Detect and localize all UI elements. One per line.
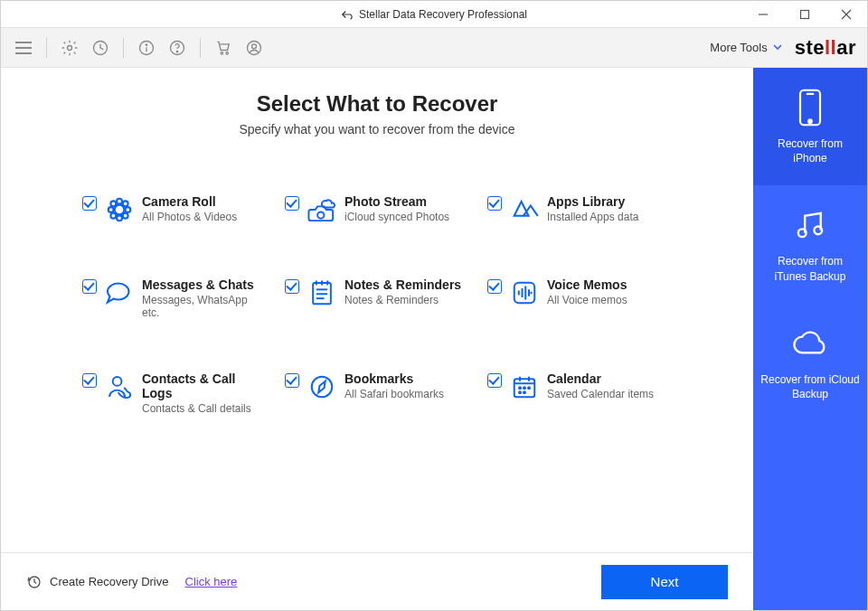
calendar-icon: [509, 371, 540, 402]
svg-point-8: [146, 44, 146, 45]
maximize-button[interactable]: [784, 1, 826, 28]
svg-point-15: [115, 205, 125, 215]
svg-point-46: [524, 387, 525, 389]
window-controls: [742, 1, 867, 28]
svg-point-22: [110, 213, 116, 219]
camera-cloud-icon: [307, 194, 337, 225]
toolbar-separator: [46, 38, 47, 58]
checkbox[interactable]: [82, 196, 97, 211]
checkbox[interactable]: [487, 196, 502, 211]
item-contacts-call-logs[interactable]: Contacts & Call LogsContacts & Call deta…: [82, 371, 267, 415]
svg-point-19: [125, 207, 130, 212]
footer-left: Create Recovery Drive Click here: [26, 574, 237, 590]
checkbox[interactable]: [285, 279, 299, 294]
svg-point-55: [814, 227, 822, 235]
svg-point-38: [113, 377, 122, 386]
minimize-button[interactable]: [742, 1, 784, 28]
toolbar-left: [12, 36, 266, 60]
item-subtitle: Notes & Reminders: [344, 294, 461, 306]
item-apps-library[interactable]: Apps LibraryInstalled Apps data: [487, 194, 672, 225]
item-subtitle: iCloud synced Photos: [344, 211, 449, 223]
settings-button[interactable]: [58, 36, 81, 60]
user-icon: [245, 39, 263, 57]
item-subtitle: Messages, WhatsApp etc.: [142, 294, 267, 319]
item-camera-roll[interactable]: Camera RollAll Photos & Videos: [82, 194, 267, 225]
account-button[interactable]: [242, 36, 266, 60]
help-icon: [168, 39, 186, 57]
svg-rect-1: [801, 11, 809, 19]
item-notes-reminders[interactable]: Notes & RemindersNotes & Reminders: [285, 277, 469, 319]
svg-point-10: [176, 51, 177, 52]
item-title: Photo Stream: [344, 194, 449, 209]
compass-icon: [307, 371, 337, 402]
svg-point-16: [117, 199, 122, 204]
item-title: Camera Roll: [142, 194, 237, 209]
svg-point-47: [528, 387, 530, 389]
checkbox[interactable]: [487, 279, 502, 294]
item-title: Contacts & Call Logs: [142, 371, 267, 400]
svg-point-23: [123, 213, 128, 219]
cart-button[interactable]: [212, 36, 235, 60]
recovery-source-sidebar: Recover from iPhone Recover from iTunes …: [753, 68, 867, 610]
svg-point-11: [221, 52, 223, 54]
toolbar: More Tools stellar: [1, 28, 867, 68]
checkbox[interactable]: [285, 196, 299, 211]
sidebar-item-icloud[interactable]: Recover from iCloud Backup: [753, 304, 867, 421]
create-recovery-drive-label: Create Recovery Drive: [50, 575, 169, 588]
camera-roll-icon: [104, 194, 135, 225]
checkbox[interactable]: [487, 373, 502, 388]
item-bookmarks[interactable]: BookmarksAll Safari bookmarks: [285, 371, 469, 415]
app-window: Stellar Data Recovery Professional: [0, 0, 868, 611]
svg-point-18: [108, 207, 114, 212]
item-calendar[interactable]: CalendarSaved Calendar items: [487, 371, 672, 415]
item-photo-stream[interactable]: Photo StreamiCloud synced Photos: [285, 194, 469, 225]
svg-point-14: [252, 43, 257, 48]
titlebar: Stellar Data Recovery Professional: [1, 1, 867, 28]
item-title: Voice Memos: [547, 277, 627, 292]
item-title: Calendar: [547, 371, 654, 386]
sidebar-item-label: Recover from iCloud Backup: [760, 372, 860, 401]
page-subtitle: Specify what you want to recover from th…: [37, 122, 717, 136]
click-here-link[interactable]: Click here: [185, 575, 238, 588]
gear-icon: [61, 39, 79, 57]
item-title: Bookmarks: [344, 371, 444, 386]
chevron-down-icon: [773, 44, 782, 52]
hamburger-icon: [15, 42, 32, 54]
svg-marker-40: [318, 381, 326, 393]
next-button[interactable]: Next: [601, 565, 728, 599]
sidebar-item-label: Recover from iPhone: [760, 136, 860, 165]
checkbox[interactable]: [82, 279, 97, 294]
item-title: Messages & Chats: [142, 277, 267, 292]
sidebar-item-itunes[interactable]: Recover from iTunes Backup: [753, 185, 867, 303]
menu-button[interactable]: [12, 36, 35, 60]
history-icon: [91, 39, 109, 57]
help-button[interactable]: [165, 36, 189, 60]
checkbox[interactable]: [285, 373, 299, 388]
window-title: Stellar Data Recovery Professional: [359, 8, 527, 21]
recovery-drive-icon: [26, 574, 42, 590]
footer: Create Recovery Drive Click here Next: [1, 552, 753, 610]
voice-memo-icon: [509, 277, 540, 308]
window-title-wrap: Stellar Data Recovery Professional: [341, 8, 527, 21]
item-subtitle: Saved Calendar items: [547, 388, 654, 400]
toolbar-right: More Tools stellar: [710, 36, 856, 60]
item-messages-chats[interactable]: Messages & ChatsMessages, WhatsApp etc.: [82, 277, 267, 319]
svg-point-24: [317, 212, 324, 218]
chat-bubble-icon: [104, 277, 135, 308]
svg-point-45: [519, 387, 521, 389]
sidebar-item-iphone[interactable]: Recover from iPhone: [753, 68, 867, 185]
svg-point-20: [110, 201, 116, 206]
more-tools-dropdown[interactable]: More Tools: [710, 41, 781, 54]
notepad-icon: [307, 277, 337, 308]
info-button[interactable]: [135, 36, 158, 60]
item-voice-memos[interactable]: Voice MemosAll Voice memos: [487, 277, 672, 319]
svg-point-21: [123, 201, 128, 206]
checkbox[interactable]: [82, 373, 97, 388]
item-subtitle: Contacts & Call details: [142, 402, 267, 415]
item-title: Apps Library: [547, 194, 638, 209]
sidebar-item-label: Recover from iTunes Backup: [760, 254, 860, 283]
next-button-label: Next: [651, 574, 679, 589]
close-button[interactable]: [826, 1, 867, 28]
svg-point-17: [117, 215, 122, 221]
history-button[interactable]: [89, 36, 112, 60]
